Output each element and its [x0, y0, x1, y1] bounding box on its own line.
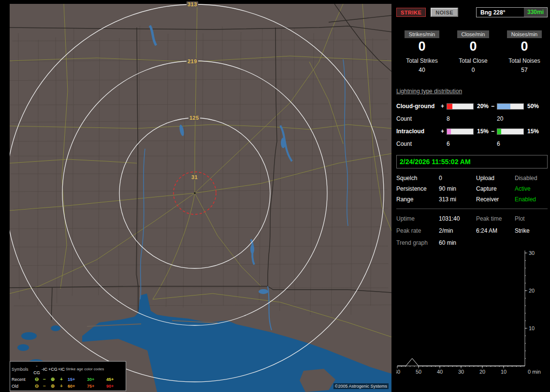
- ic-negative-pct: 15%: [525, 128, 541, 135]
- display-mode-controls: STRIKE NOISE Bng 228° 330mi: [396, 7, 550, 17]
- legend-col-pos-ic: +IC: [57, 366, 66, 373]
- upload-label: Upload: [476, 175, 515, 182]
- total-noises-label: Total Noises: [508, 57, 540, 64]
- peak-time-value: 6:24 AM: [476, 227, 515, 234]
- plus-sign: +: [441, 103, 447, 110]
- clock-display: 2/24/2026 11:55:02 AM: [396, 155, 548, 168]
- legend-age-header: Strike age color codes: [66, 366, 124, 373]
- legend-col-neg-cg: -CG: [33, 363, 41, 376]
- rate-counters: Strikes/min 0 Total Strikes 40 Close/min…: [396, 30, 550, 73]
- minus-sign: −: [491, 128, 497, 135]
- squelch-label: Squelch: [396, 175, 439, 182]
- ic-positive-count: 6: [447, 140, 497, 147]
- capture-label: Capture: [476, 185, 515, 192]
- cg-negative-bar-fill: [497, 104, 510, 109]
- range-ring-label-31: 31: [190, 174, 199, 180]
- legend-col-neg-ic: -IC: [41, 366, 48, 373]
- uptime-label: Uptime: [396, 215, 439, 222]
- peak-time-label: Peak time: [476, 215, 515, 222]
- strike-mode-button[interactable]: STRIKE: [396, 8, 426, 17]
- range-ring-label-313: 313: [187, 1, 198, 7]
- pos-cg-recent-icon: ⊕: [48, 376, 57, 383]
- svg-text:10: 10: [529, 325, 535, 331]
- neg-cg-recent-icon: ⊖: [33, 376, 41, 383]
- radar-map[interactable]: 313 219 125 31 Symbols -CG -IC +CG +IC S…: [10, 4, 391, 392]
- trend-graph-label: Trend graph: [396, 239, 439, 246]
- intracloud-row: Intracloud + 15% − 15%: [396, 125, 550, 138]
- svg-text:30: 30: [458, 369, 464, 375]
- peak-rate-value: 2/min: [439, 227, 476, 234]
- noises-per-min-column: Noises/min 0 Total Noises 57: [499, 30, 550, 73]
- svg-text:20: 20: [529, 288, 535, 294]
- upload-status: Disabled: [515, 175, 550, 182]
- cg-positive-pct: 20%: [475, 103, 491, 110]
- noises-per-min-header: Noises/min: [507, 30, 542, 38]
- spacer: [515, 239, 550, 246]
- intracloud-count-row: Count 6 6: [396, 138, 550, 150]
- range-ring-label-125: 125: [188, 115, 200, 121]
- range-ring-label-219: 219: [187, 58, 198, 64]
- close-per-min-header: Close/min: [457, 30, 490, 38]
- svg-text:40: 40: [437, 369, 443, 375]
- total-close-value: 0: [472, 67, 475, 73]
- trend-graph-window: 60 min: [439, 239, 476, 246]
- age-15-label: 15+: [66, 376, 85, 383]
- ic-positive-bar-fill: [447, 129, 451, 134]
- cg-positive-count: 8: [447, 115, 497, 122]
- map-canvas: [10, 4, 391, 392]
- lightning-type-distribution: Lightning type distribution Cloud-ground…: [396, 88, 550, 150]
- total-noises-value: 57: [521, 67, 527, 73]
- legend-row-recent-label: Recent: [12, 376, 33, 383]
- cg-negative-pct: 50%: [525, 103, 541, 110]
- control-panel: STRIKE NOISE Bng 228° 330mi Strikes/min …: [394, 0, 550, 392]
- ic-negative-bar: [497, 128, 524, 135]
- noise-mode-button[interactable]: NOISE: [431, 8, 458, 17]
- cloud-ground-count-row: Count 8 20: [396, 112, 550, 125]
- receiver-label: Receiver: [476, 196, 515, 203]
- section-divider: [396, 209, 548, 209]
- total-strikes-label: Total Strikes: [406, 57, 437, 64]
- noises-per-min-value: 0: [521, 40, 528, 53]
- legend-row-old-label: Old: [12, 383, 33, 390]
- capture-status: Active: [515, 185, 550, 192]
- cg-negative-count: 20: [497, 115, 550, 122]
- strikes-per-min-value: 0: [418, 40, 425, 53]
- cg-positive-bar: [447, 103, 474, 110]
- total-strikes-value: 40: [419, 67, 425, 73]
- legend-symbols-header: Symbols: [12, 366, 33, 373]
- age-30-label: 30+: [85, 376, 104, 383]
- close-per-min-column: Close/min 0 Total Close 0: [448, 30, 499, 73]
- plot-label: Plot: [515, 215, 550, 222]
- bearing-label: Bng 228°: [477, 9, 509, 16]
- pos-ic-recent-icon: +: [57, 376, 66, 383]
- plot-value: Strike: [515, 227, 550, 234]
- settings-readout: Squelch 0 Upload Disabled Persistence 90…: [396, 175, 550, 203]
- ic-negative-bar-fill: [497, 129, 501, 134]
- spacer: [476, 239, 515, 246]
- neg-ic-recent-icon: −: [41, 376, 48, 383]
- status-readout: Uptime 1031:40 Peak time Plot Peak rate …: [396, 215, 550, 246]
- copyright-notice: ©2005 Astrogenic Systems: [333, 383, 389, 389]
- svg-text:50: 50: [416, 369, 421, 375]
- svg-text:30: 30: [529, 250, 535, 256]
- close-per-min-value: 0: [469, 40, 477, 53]
- receiver-status: Enabled: [515, 196, 550, 203]
- neg-ic-old-icon: −: [41, 383, 48, 390]
- distribution-title: Lightning type distribution: [396, 88, 550, 95]
- squelch-value: 0: [439, 175, 476, 182]
- strike-trend-graph: 3020106050403020100 min: [396, 249, 550, 378]
- ic-count-label: Count: [396, 140, 447, 147]
- bearing-readout: Bng 228° 330mi: [476, 7, 548, 17]
- neg-cg-old-icon: ⊖: [33, 383, 41, 390]
- svg-text:0 min: 0 min: [528, 369, 541, 375]
- uptime-value: 1031:40: [439, 215, 476, 222]
- total-close-label: Total Close: [459, 57, 487, 64]
- cg-count-label: Count: [396, 115, 447, 122]
- svg-text:60: 60: [396, 369, 400, 375]
- pos-ic-old-icon: +: [57, 383, 66, 390]
- age-75-label: 75+: [85, 383, 104, 390]
- cloud-ground-label: Cloud-ground: [396, 103, 441, 110]
- app-window: { "map": { "ring_labels": ["313", "219",…: [0, 0, 550, 392]
- svg-text:10: 10: [501, 369, 507, 375]
- ic-negative-count: 6: [497, 140, 550, 147]
